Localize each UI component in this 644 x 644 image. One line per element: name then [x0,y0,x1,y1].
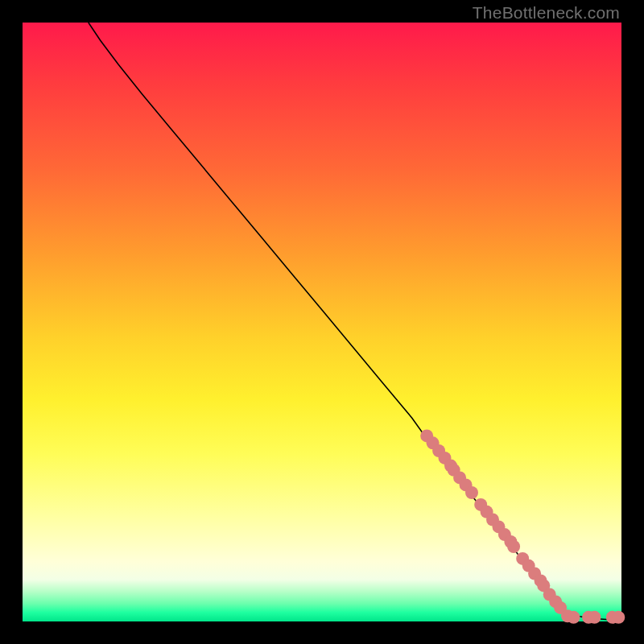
chart-frame: TheBottleneck.com [0,0,644,644]
data-marker [507,540,520,553]
data-marker [612,611,625,624]
data-marker [588,611,601,624]
data-marker [465,486,478,499]
data-marker [568,611,580,624]
plot-area [23,23,621,621]
watermark-text: TheBottleneck.com [473,3,620,23]
marker-group [420,429,625,623]
chart-svg [23,23,621,621]
bottleneck-curve [89,23,621,620]
